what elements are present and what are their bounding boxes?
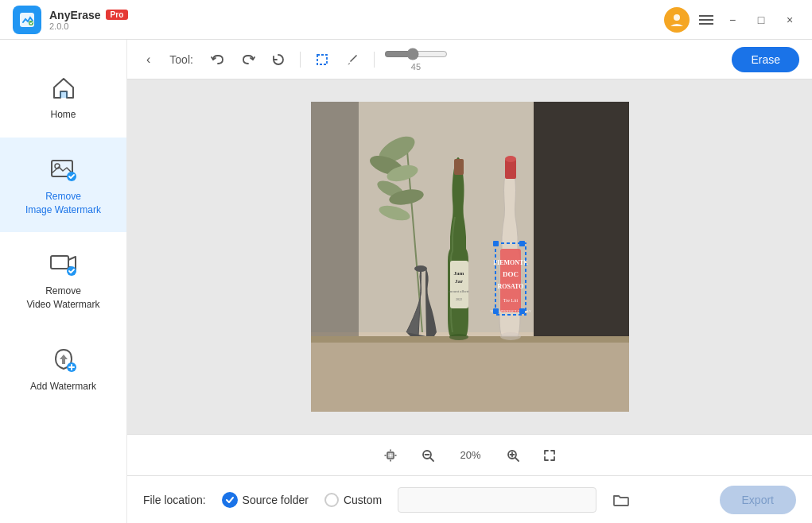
svg-rect-50	[519, 308, 525, 314]
file-location-label: File location:	[143, 494, 206, 506]
avatar-button[interactable]	[664, 7, 690, 33]
svg-point-29	[414, 265, 427, 272]
sidebar-item-remove-video-watermark[interactable]: RemoveVideo Watermark	[0, 232, 126, 327]
fit-screen-button[interactable]	[538, 444, 561, 467]
tool-label: Tool:	[169, 53, 193, 66]
svg-text:2022: 2022	[456, 297, 462, 301]
zoom-bar: 20%	[127, 434, 812, 475]
svg-rect-48	[519, 241, 525, 246]
maximize-button[interactable]: □	[752, 10, 771, 29]
svg-text:PIEMONTE: PIEMONTE	[493, 259, 528, 266]
remove-image-watermark-icon	[48, 153, 80, 185]
erase-button[interactable]: Erase	[732, 47, 799, 72]
zoom-level: 20%	[453, 449, 488, 461]
svg-rect-51	[387, 452, 394, 459]
custom-radio[interactable]	[324, 493, 339, 507]
app-name-row: AnyErase Pro	[49, 9, 128, 21]
remove-video-watermark-icon	[48, 248, 80, 280]
toolbar-tools: 45	[206, 48, 448, 72]
svg-text:ROSATO: ROSATO	[497, 283, 523, 290]
sidebar-item-remove-image-watermark-label: RemoveImage Watermark	[25, 190, 101, 217]
svg-text:mount albert: mount albert	[449, 289, 469, 293]
image-container: Jam Jar mount albert 2022 PIEMONTE DOC R…	[311, 102, 629, 412]
source-folder-option[interactable]: Source folder	[222, 492, 309, 508]
redo-button[interactable]	[236, 48, 260, 72]
custom-label: Custom	[344, 494, 382, 506]
svg-rect-20	[311, 340, 629, 412]
reset-button[interactable]	[266, 48, 290, 72]
title-bar-left: AnyErase Pro 2.0.0	[13, 6, 128, 34]
svg-point-1	[29, 21, 33, 25]
svg-rect-47	[493, 241, 499, 246]
svg-rect-21	[311, 336, 629, 343]
close-button[interactable]: ×	[780, 10, 799, 29]
sidebar-item-home[interactable]: Home	[0, 56, 126, 138]
brush-tool-button[interactable]	[340, 48, 364, 72]
title-bar-right: − □ ×	[664, 7, 799, 33]
svg-rect-36	[500, 249, 521, 312]
app-name-group: AnyErase Pro 2.0.0	[49, 9, 128, 31]
app-version: 2.0.0	[49, 21, 128, 31]
source-folder-label: Source folder	[243, 494, 309, 506]
pro-badge: Pro	[106, 10, 129, 20]
svg-text:Jar: Jar	[454, 278, 462, 285]
sidebar-item-add-watermark[interactable]: Add Watermark	[0, 327, 126, 409]
sidebar: Home RemoveImage Watermark	[0, 40, 127, 523]
pan-button[interactable]	[378, 443, 403, 468]
size-value: 45	[411, 62, 421, 72]
toolbar: ‹ Tool:	[127, 40, 812, 79]
undo-button[interactable]	[206, 48, 230, 72]
svg-rect-10	[51, 256, 68, 269]
sidebar-item-add-watermark-label: Add Watermark	[30, 380, 96, 393]
export-button[interactable]: Export	[720, 486, 796, 514]
svg-point-44	[500, 332, 521, 340]
custom-option[interactable]: Custom	[324, 493, 382, 507]
svg-point-2	[674, 14, 680, 21]
svg-rect-35	[454, 159, 464, 175]
home-icon	[48, 72, 80, 103]
app-logo	[13, 6, 41, 34]
app-name-text: AnyErase	[49, 9, 101, 21]
svg-text:DOC: DOC	[503, 270, 519, 278]
sidebar-item-remove-image-watermark[interactable]: RemoveImage Watermark	[0, 138, 126, 233]
zoom-in-button[interactable]	[501, 444, 525, 467]
svg-line-58	[515, 458, 519, 461]
browse-folder-button[interactable]	[612, 493, 630, 507]
zoom-out-button[interactable]	[416, 444, 440, 467]
custom-path-input[interactable]	[398, 487, 596, 513]
sidebar-item-remove-video-watermark-label: RemoveVideo Watermark	[26, 285, 99, 312]
add-watermark-icon	[48, 343, 80, 375]
selection-tool-button[interactable]	[310, 48, 334, 72]
source-folder-checkbox[interactable]	[222, 492, 238, 508]
main-layout: Home RemoveImage Watermark	[0, 40, 812, 523]
tool-separator	[300, 52, 301, 68]
svg-text:Jam: Jam	[453, 270, 464, 277]
svg-point-43	[505, 156, 516, 162]
tool-separator-2	[374, 52, 375, 68]
back-button[interactable]: ‹	[140, 49, 157, 70]
main-image: Jam Jar mount albert 2022 PIEMONTE DOC R…	[311, 102, 629, 412]
menu-button[interactable]	[699, 14, 713, 25]
minimize-button[interactable]: −	[723, 10, 742, 29]
canvas-area[interactable]: Jam Jar mount albert 2022 PIEMONTE DOC R…	[127, 79, 812, 434]
svg-point-45	[449, 334, 468, 340]
svg-rect-30	[450, 261, 468, 308]
svg-rect-49	[493, 308, 499, 314]
svg-line-54	[430, 458, 433, 461]
svg-rect-15	[317, 55, 327, 64]
size-slider-group: 45	[384, 48, 448, 72]
svg-text:Tre Liti: Tre Liti	[503, 298, 518, 303]
sidebar-item-home-label: Home	[50, 108, 76, 122]
size-slider[interactable]	[384, 48, 448, 60]
content-area: ‹ Tool:	[127, 40, 812, 523]
svg-rect-6	[60, 91, 68, 98]
title-bar: AnyErase Pro 2.0.0 − □ ×	[0, 0, 812, 40]
file-location-bar: File location: Source folder Custom Ex	[127, 475, 812, 523]
